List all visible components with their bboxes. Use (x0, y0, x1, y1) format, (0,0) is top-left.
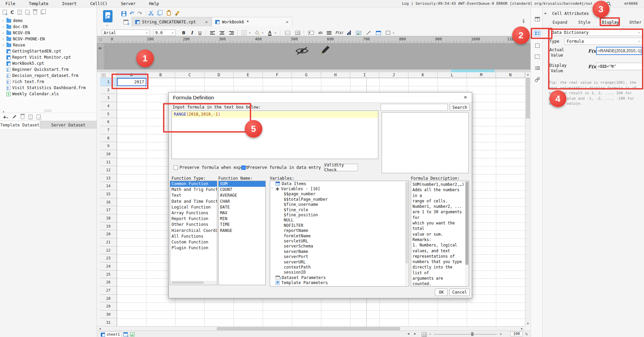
checkbox-unchecked[interactable] (174, 165, 178, 170)
formula-button[interactable]: F(x) (334, 29, 344, 36)
row-header-17[interactable]: 17 (100, 206, 117, 214)
new-worksheet-icon[interactable] (123, 20, 128, 24)
rich-text-button[interactable] (325, 29, 333, 36)
function-name-item[interactable]: SUM (219, 181, 265, 187)
shape-button[interactable] (384, 29, 391, 36)
template-search-arrow-icon[interactable]: ▾ (106, 24, 108, 27)
row-header-23[interactable]: 23 (100, 254, 117, 262)
tab-style[interactable]: Style (575, 19, 593, 26)
undo-icon[interactable]: ↶ (129, 10, 134, 17)
row-header-21[interactable]: 21 (100, 238, 117, 246)
template-view-icon[interactable] (18, 10, 22, 15)
tree-item[interactable]: Decision_report_dataset.frm (1, 73, 96, 79)
function-name-item[interactable]: CHAR (219, 199, 265, 204)
row-header-25[interactable]: 25 (100, 271, 117, 279)
row-header-1[interactable]: 1 (100, 78, 117, 86)
column-header-J[interactable]: J (379, 72, 408, 78)
variable-item[interactable]: NOFILTER (270, 223, 409, 228)
row-header-18[interactable]: 18 (100, 214, 117, 222)
function-type-item[interactable]: Array Functions (170, 210, 217, 216)
dataset-config-icon[interactable] (37, 115, 41, 119)
hide-pane-icon[interactable] (296, 46, 308, 55)
function-type-item[interactable]: Common Function (170, 181, 217, 187)
variables-tree[interactable]: Data Items▾Variables - [16]$$page_number… (270, 181, 409, 286)
function-type-list[interactable]: Common FunctionMath and Trig FunctionTex… (170, 181, 217, 285)
line-button[interactable] (365, 29, 372, 36)
tree-item[interactable]: Weekly Calendar.xls (1, 91, 96, 97)
tree-item[interactable]: rich text.frm (1, 79, 96, 85)
search-icon[interactable] (606, 1, 611, 6)
menu-item-insert[interactable]: Insert (62, 1, 77, 6)
row-header-26[interactable]: 26 (100, 278, 117, 286)
function-type-item[interactable]: Other Functions (170, 222, 217, 227)
tab-other[interactable]: Other (627, 19, 644, 26)
delete-dataset-icon[interactable] (21, 115, 24, 119)
column-header-L[interactable]: L (438, 72, 467, 78)
row-header-3[interactable]: 3 (100, 94, 117, 102)
function-type-item[interactable]: Math and Trig Function (170, 187, 217, 193)
paste-icon[interactable] (167, 11, 171, 16)
edit-dataset-icon[interactable] (12, 115, 17, 119)
formula-textarea[interactable]: RANGE(2018,2010,-1) (172, 111, 378, 159)
function-name-item[interactable]: MIN (219, 216, 265, 222)
row-header-22[interactable]: 22 (100, 246, 117, 255)
widget-icon[interactable] (534, 42, 541, 49)
horizontal-scrollbar[interactable]: ◀ ▶ (97, 326, 525, 331)
border-arrow-icon[interactable]: ▾ (248, 29, 252, 36)
function-type-item[interactable]: Text (170, 193, 217, 198)
dialog-titlebar[interactable]: Formula Definition × (169, 93, 472, 103)
validity-check-button[interactable]: Validity Check (324, 164, 358, 171)
dialog-close-icon[interactable]: × (464, 94, 467, 100)
row-header-12[interactable]: 12 (100, 166, 117, 174)
function-name-item[interactable]: RANGE (219, 228, 265, 234)
underline-button[interactable]: U (197, 29, 203, 36)
menu-item-template[interactable]: Template (29, 1, 48, 6)
font-family-select[interactable]: Arial ▾ (102, 29, 150, 36)
row-header-9[interactable]: 9 (100, 142, 117, 150)
variable-item[interactable]: $$totalPage_number (270, 197, 409, 202)
tree-item[interactable]: Visit Statistics Dashboard.frm (1, 85, 96, 91)
chart-button[interactable] (345, 29, 353, 36)
function-type-item[interactable]: Report Function (170, 216, 217, 222)
align-center-button[interactable] (218, 29, 226, 36)
column-header-K[interactable]: K (408, 72, 438, 78)
text-widget-button[interactable] (306, 29, 315, 36)
variable-item[interactable]: serverSchema (270, 244, 409, 249)
variable-item[interactable]: Dataset Parameters (270, 275, 409, 280)
hyperlink-icon[interactable] (534, 76, 541, 83)
row-header-16[interactable]: 16 (100, 198, 117, 206)
row-header-6[interactable]: 6 (100, 118, 117, 126)
row-header-31[interactable]: 31 (100, 319, 117, 327)
tree-item[interactable]: GettingStartedEN.cpt (1, 48, 96, 54)
tree-item[interactable]: ›demo (1, 18, 96, 24)
display-value-input[interactable]: =$$$+"年" (596, 63, 642, 70)
row-header-24[interactable]: 24 (100, 262, 117, 271)
row-header-2[interactable]: 2 (100, 86, 117, 94)
font-size-select[interactable]: 9.0 ▾ (153, 29, 176, 36)
image-button[interactable] (355, 29, 363, 36)
add-grid-sheet-icon[interactable] (123, 332, 128, 336)
font-color-arrow-icon[interactable]: ▾ (274, 29, 278, 36)
row-header-20[interactable]: 20 (100, 230, 117, 238)
function-type-item[interactable]: Custom Function (170, 239, 217, 245)
bold-button[interactable]: B (180, 29, 187, 36)
tree-item[interactable]: Beginner Quickstart.frm (1, 66, 96, 73)
save-icon[interactable] (121, 11, 126, 16)
actual-value-input[interactable]: =RANGE(2018,2010,-1) (596, 47, 642, 55)
username-label[interactable]: mt6666 (624, 1, 638, 6)
document-tab[interactable]: String_CONCATENATE.cpt× (132, 17, 212, 26)
description-scrollbar[interactable] (465, 181, 469, 286)
variable-item[interactable]: reportName (270, 228, 409, 233)
subreport-button[interactable] (374, 29, 382, 36)
dataset-tab-template-dataset[interactable]: Template Dataset (0, 121, 40, 129)
row-header-4[interactable]: 4 (100, 102, 117, 110)
merge-cells-button[interactable] (283, 29, 291, 36)
data-dictionary-select[interactable]: Data Dictionary ▾ (549, 29, 642, 36)
tree-item[interactable]: ›NCOV-PHONE-EN (1, 36, 96, 42)
function-type-hscrollbar[interactable] (170, 281, 217, 284)
add-dataset-button[interactable]: +▾ (3, 114, 8, 120)
ok-button[interactable]: OK (435, 289, 448, 296)
function-type-item[interactable]: All Functions (170, 234, 217, 239)
fill-color-arrow-icon[interactable]: ▾ (261, 29, 265, 36)
function-name-item[interactable]: DATE (219, 204, 265, 210)
